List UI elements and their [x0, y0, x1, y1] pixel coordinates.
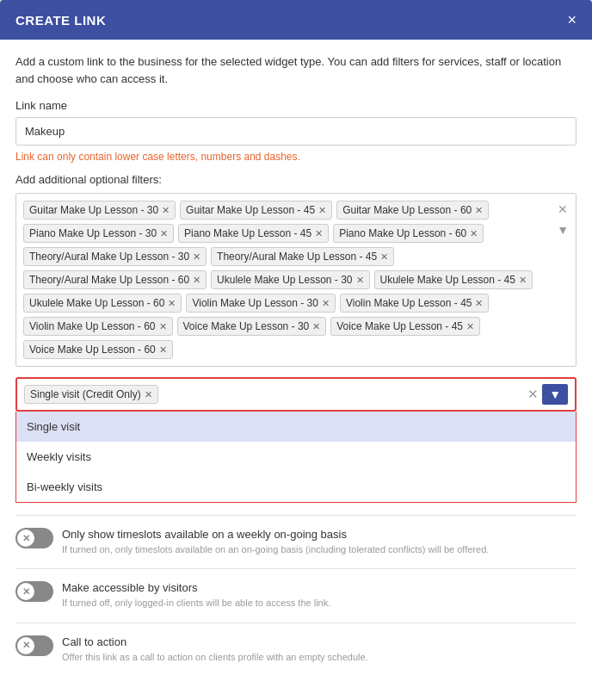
toggle-x-icon: ✕ [22, 640, 30, 651]
toggle-thumb: ✕ [17, 637, 34, 654]
tag-label: Voice Make Up Lesson - 45 [336, 320, 463, 332]
filter-tag: Violin Make Up Lesson - 30✕ [186, 294, 336, 313]
toggle-content: Make accessible by visitors If turned of… [62, 581, 330, 610]
tag-label: Theory/Aural Make Up Lesson - 60 [29, 274, 189, 286]
filter-tag: Guitar Make Up Lesson - 45✕ [180, 201, 332, 220]
toggle-switch[interactable]: ✕ [15, 528, 53, 548]
toggle-title: Make accessible by visitors [62, 581, 330, 594]
tags-clear-button[interactable]: ✕ [555, 201, 570, 218]
tag-remove-icon[interactable]: ✕ [470, 228, 478, 239]
toggle-content: Call to action Offer this link as a call… [62, 635, 368, 664]
toggle-row-accessible-toggle: ✕ Make accessible by visitors If turned … [15, 581, 577, 610]
toggle-description: If turned off, only logged-in clients wi… [62, 597, 330, 610]
tag-remove-icon[interactable]: ✕ [356, 275, 364, 286]
link-name-input[interactable] [15, 117, 577, 146]
tag-label: Voice Make Up Lesson - 60 [29, 344, 156, 356]
tag-label: Ukulele Make Up Lesson - 60 [29, 297, 164, 309]
toggle-x-icon: ✕ [22, 586, 30, 598]
toggle-track: ✕ [15, 635, 53, 656]
filter-tag: Theory/Aural Make Up Lesson - 45✕ [211, 247, 394, 266]
toggle-thumb: ✕ [17, 530, 34, 547]
tag-label: Violin Make Up Lesson - 45 [346, 297, 472, 309]
toggle-track: ✕ [15, 581, 53, 602]
toggle-switch[interactable]: ✕ [15, 635, 53, 656]
tag-remove-icon[interactable]: ✕ [475, 205, 483, 216]
dropdown-clear-button[interactable]: ✕ [527, 387, 539, 402]
filter-tag: Guitar Make Up Lesson - 60✕ [336, 201, 489, 220]
filters-label: Add additional optional filters: [15, 173, 577, 186]
tag-remove-icon[interactable]: ✕ [315, 228, 323, 239]
validation-message: Link can only contain lower case letters… [15, 151, 577, 163]
dropdown-tag-remove[interactable]: ✕ [145, 389, 152, 400]
filter-tag: Guitar Make Up Lesson - 30✕ [23, 201, 176, 220]
toggle-description: Offer this link as a call to action on c… [62, 651, 368, 664]
tag-label: Violin Make Up Lesson - 30 [192, 297, 318, 309]
tag-label: Guitar Make Up Lesson - 60 [342, 204, 472, 216]
filter-tag: Ukulele Make Up Lesson - 30✕ [211, 270, 369, 289]
tag-label: Piano Make Up Lesson - 60 [339, 227, 466, 239]
modal-header: CREATE LINK × [0, 0, 592, 40]
tag-remove-icon[interactable]: ✕ [160, 228, 168, 239]
tag-label: Ukulele Make Up Lesson - 45 [380, 274, 515, 286]
tag-remove-icon[interactable]: ✕ [312, 321, 320, 332]
dropdown-arrow-button[interactable]: ▼ [542, 384, 568, 405]
tag-label: Theory/Aural Make Up Lesson - 30 [29, 251, 189, 263]
toggle-title: Only show timeslots available on a weekl… [62, 528, 489, 541]
filter-tag: Theory/Aural Make Up Lesson - 60✕ [23, 270, 207, 289]
filter-tag: Piano Make Up Lesson - 30✕ [23, 224, 174, 243]
tags-controls: ✕ ▼ [555, 201, 570, 238]
tag-remove-icon[interactable]: ✕ [475, 298, 483, 309]
tag-remove-icon[interactable]: ✕ [318, 205, 326, 216]
tag-remove-icon[interactable]: ✕ [519, 275, 527, 286]
toggle-title: Call to action [62, 635, 368, 648]
tag-label: Ukulele Make Up Lesson - 30 [217, 274, 352, 286]
tag-remove-icon[interactable]: ✕ [380, 251, 388, 263]
tag-label: Piano Make Up Lesson - 30 [29, 227, 157, 239]
tag-label: Theory/Aural Make Up Lesson - 45 [217, 251, 377, 263]
tag-label: Guitar Make Up Lesson - 30 [29, 204, 158, 216]
tags-container: Guitar Make Up Lesson - 30✕Guitar Make U… [15, 193, 577, 367]
filter-tag: Voice Make Up Lesson - 60✕ [23, 340, 173, 359]
filter-tag: Piano Make Up Lesson - 45✕ [178, 224, 329, 243]
tag-remove-icon[interactable]: ✕ [466, 321, 474, 332]
filter-tag: Piano Make Up Lesson - 60✕ [333, 224, 484, 243]
filter-tag: Ukulele Make Up Lesson - 60✕ [23, 294, 182, 313]
dropdown-option[interactable]: Single visit [16, 412, 576, 442]
tag-label: Violin Make Up Lesson - 60 [29, 320, 156, 332]
tag-remove-icon[interactable]: ✕ [168, 298, 176, 309]
tag-label: Guitar Make Up Lesson - 45 [186, 204, 315, 216]
dropdown-tag-label: Single visit (Credit Only) [30, 388, 141, 400]
toggle-description: If turned on, only timeslots available o… [62, 543, 489, 556]
close-button[interactable]: × [567, 12, 577, 28]
dropdown-options: Single visitWeekly visitsBi-weekly visit… [15, 412, 577, 503]
tag-remove-icon[interactable]: ✕ [159, 321, 167, 332]
toggle-row-cta-toggle: ✕ Call to action Offer this link as a ca… [15, 635, 577, 664]
dropdown-input[interactable] [163, 388, 527, 401]
filter-tag: Voice Make Up Lesson - 45✕ [330, 317, 480, 336]
description-text: Add a custom link to the business for th… [15, 53, 577, 87]
tag-label: Voice Make Up Lesson - 30 [183, 320, 310, 332]
tag-remove-icon[interactable]: ✕ [162, 205, 170, 216]
modal-footer: ➜ ADD LINK CANCEL [0, 688, 592, 700]
toggle-row-timeslots-toggle: ✕ Only show timeslots available on a wee… [15, 528, 577, 556]
filter-tag: Violin Make Up Lesson - 45✕ [340, 294, 490, 313]
filter-tag: Violin Make Up Lesson - 60✕ [23, 317, 173, 336]
dropdown-field[interactable]: Single visit (Credit Only) ✕ ✕ ▼ [15, 377, 577, 412]
tag-label: Piano Make Up Lesson - 45 [184, 227, 311, 239]
dropdown-option[interactable]: Bi-weekly visits [16, 472, 576, 502]
toggle-content: Only show timeslots available on a weekl… [62, 528, 489, 556]
tag-remove-icon[interactable]: ✕ [159, 344, 167, 356]
filter-tag: Theory/Aural Make Up Lesson - 30✕ [23, 247, 207, 266]
toggle-switch[interactable]: ✕ [15, 581, 53, 602]
tag-remove-icon[interactable]: ✕ [193, 275, 200, 286]
create-link-modal: CREATE LINK × Add a custom link to the b… [0, 0, 592, 700]
tags-inner: Guitar Make Up Lesson - 30✕Guitar Make U… [23, 201, 569, 359]
dropdown-selected-tag: Single visit (Credit Only) ✕ [24, 385, 158, 404]
toggle-track: ✕ [15, 528, 53, 548]
tag-remove-icon[interactable]: ✕ [322, 298, 330, 309]
dropdown-option[interactable]: Weekly visits [16, 442, 576, 472]
tags-expand-button[interactable]: ▼ [555, 221, 570, 238]
modal-body: Add a custom link to the business for th… [0, 40, 592, 688]
tag-remove-icon[interactable]: ✕ [193, 251, 200, 263]
toggle-thumb: ✕ [17, 583, 34, 600]
